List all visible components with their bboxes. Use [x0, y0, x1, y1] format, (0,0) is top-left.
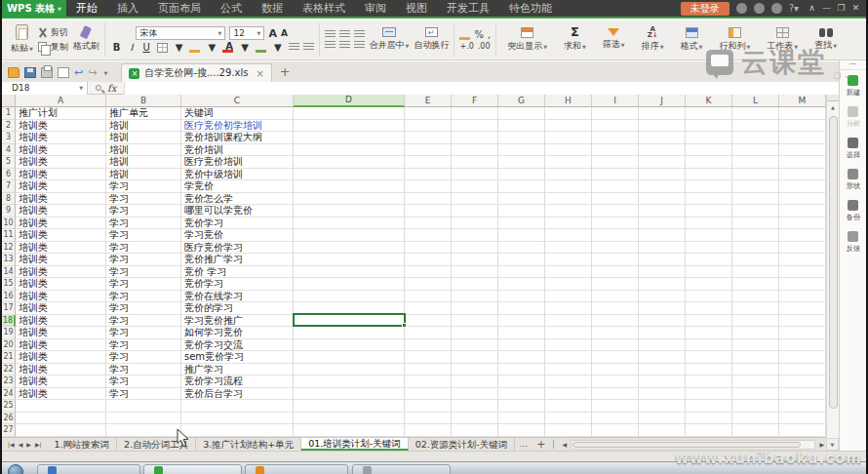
- cell-A27[interactable]: [16, 424, 106, 437]
- cell-M26[interactable]: [779, 413, 826, 425]
- cell-A22[interactable]: 培训类: [16, 364, 106, 376]
- sidebar-item-形状[interactable]: 形状: [840, 164, 866, 195]
- cell-G15[interactable]: [498, 278, 545, 291]
- cell-C21[interactable]: sem竞价学习: [181, 351, 294, 364]
- cell-D1[interactable]: [294, 107, 405, 120]
- cell-C26[interactable]: [181, 413, 294, 425]
- menu-tab-特色功能[interactable]: 特色功能: [499, 0, 562, 18]
- column-header-H[interactable]: H: [545, 95, 592, 107]
- cell-K22[interactable]: [686, 364, 732, 376]
- cell-G13[interactable]: [498, 254, 545, 266]
- cell-F13[interactable]: [452, 254, 498, 266]
- column-header-K[interactable]: K: [686, 95, 732, 107]
- row-header-18[interactable]: 18: [2, 315, 16, 328]
- cell-I24[interactable]: [592, 388, 639, 401]
- cell-H17[interactable]: [545, 302, 592, 315]
- vertical-scroll-thumb[interactable]: [829, 116, 838, 409]
- menu-tab-审阅[interactable]: 审阅: [355, 0, 396, 18]
- row-header-4[interactable]: 4: [2, 144, 16, 157]
- cell-L17[interactable]: [732, 302, 779, 315]
- cell-G8[interactable]: [498, 193, 545, 206]
- cell-K11[interactable]: [686, 229, 732, 242]
- cell-B19[interactable]: 学习: [106, 327, 181, 339]
- cell-E9[interactable]: [405, 205, 452, 217]
- column-header-F[interactable]: F: [452, 95, 498, 107]
- cell-E21[interactable]: [405, 351, 452, 364]
- cell-I21[interactable]: [592, 351, 639, 364]
- column-header-L[interactable]: L: [732, 95, 779, 107]
- column-header-I[interactable]: I: [592, 95, 639, 107]
- cell-A20[interactable]: 培训类: [16, 339, 106, 352]
- cell-M8[interactable]: [779, 193, 826, 206]
- cell-F24[interactable]: [452, 388, 498, 401]
- cell-M1[interactable]: [779, 107, 826, 120]
- cell-I10[interactable]: [592, 217, 639, 230]
- cell-A25[interactable]: [16, 400, 106, 413]
- wps-logo[interactable]: WPS 表格▼: [2, 0, 66, 18]
- cell-G20[interactable]: [498, 339, 545, 352]
- formula-input[interactable]: [125, 82, 839, 95]
- column-header-D[interactable]: D: [294, 95, 405, 107]
- prev-sheet-icon[interactable]: ◀: [19, 441, 23, 448]
- cell-J18[interactable]: [639, 315, 686, 328]
- open-folder-icon[interactable]: [8, 67, 20, 78]
- cell-K12[interactable]: [686, 242, 732, 255]
- cell-L10[interactable]: [732, 217, 779, 230]
- cell-A13[interactable]: 培训类: [16, 254, 106, 266]
- menu-tab-公式[interactable]: 公式: [211, 0, 252, 18]
- refresh-icon[interactable]: [754, 3, 765, 14]
- cell-G17[interactable]: [498, 302, 545, 315]
- cell-M20[interactable]: [779, 339, 826, 352]
- cell-H18[interactable]: [545, 315, 592, 328]
- cell-I19[interactable]: [592, 327, 639, 339]
- cell-J12[interactable]: [639, 242, 686, 255]
- row-header-24[interactable]: 24: [2, 388, 16, 401]
- cell-K24[interactable]: [686, 388, 732, 401]
- bold-button[interactable]: B: [110, 42, 124, 53]
- cell-J14[interactable]: [639, 266, 686, 279]
- cell-H22[interactable]: [545, 364, 592, 376]
- cell-G10[interactable]: [498, 217, 545, 230]
- cell-J27[interactable]: [639, 424, 686, 437]
- cell-J26[interactable]: [639, 413, 686, 425]
- cell-E23[interactable]: [405, 375, 452, 388]
- row-header-6[interactable]: 6: [2, 169, 16, 181]
- cell-E25[interactable]: [405, 400, 452, 413]
- cell-J13[interactable]: [639, 254, 686, 266]
- last-sheet-icon[interactable]: ▶|: [35, 441, 42, 448]
- cell-D14[interactable]: [294, 266, 405, 279]
- cell-I27[interactable]: [592, 424, 639, 437]
- row-header-12[interactable]: 12: [2, 242, 16, 255]
- taskbar-button-app[interactable]: [352, 464, 451, 474]
- cell-L18[interactable]: [732, 315, 779, 328]
- selected-cell-outline[interactable]: [293, 313, 406, 327]
- cell-E6[interactable]: [405, 169, 452, 181]
- cell-E14[interactable]: [405, 266, 452, 279]
- horizontal-scroll-thumb[interactable]: [572, 442, 801, 448]
- cell-F1[interactable]: [452, 107, 498, 120]
- cell-B25[interactable]: [106, 400, 181, 413]
- cell-A2[interactable]: 培训类: [16, 120, 106, 133]
- cell-B7[interactable]: 学习: [106, 180, 181, 193]
- cell-C24[interactable]: 竞价后台学习: [181, 388, 294, 401]
- cell-D4[interactable]: [294, 144, 405, 157]
- cell-A6[interactable]: 培训类: [16, 169, 106, 181]
- cell-K19[interactable]: [686, 327, 732, 339]
- cell-G9[interactable]: [498, 205, 545, 217]
- cell-F22[interactable]: [452, 364, 498, 376]
- wrap-text-button[interactable]: ↵ 自动换行: [414, 27, 449, 52]
- cell-A21[interactable]: 培训类: [16, 351, 106, 364]
- cell-I6[interactable]: [592, 169, 639, 181]
- cell-M22[interactable]: [779, 364, 826, 376]
- cell-C2[interactable]: 医疗竞价初学培训: [181, 120, 294, 133]
- cell-L6[interactable]: [732, 169, 779, 181]
- cell-I16[interactable]: [592, 291, 639, 303]
- decrease-indent-icon[interactable]: [289, 43, 299, 52]
- cell-D5[interactable]: [294, 156, 405, 169]
- cell-H6[interactable]: [545, 169, 592, 181]
- login-button[interactable]: 未登录: [681, 2, 730, 16]
- increase-indent-icon[interactable]: [303, 43, 314, 52]
- cell-D9[interactable]: [294, 205, 405, 217]
- cell-C8[interactable]: 竞价怎么学: [181, 193, 294, 206]
- cell-K9[interactable]: [686, 205, 732, 217]
